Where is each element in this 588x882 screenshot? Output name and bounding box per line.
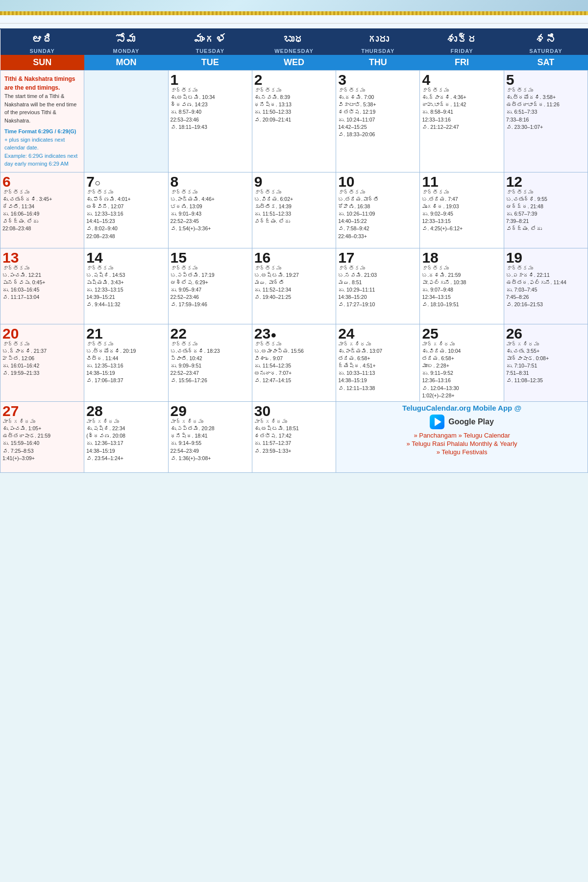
day-content: బ.విదియ. 6:02+కృత్తిక. 14:39దు. 11:51–12… — [254, 196, 334, 225]
day-cell-22: 22 కార్తీకము బ.చతుర్దశి. 18:23స్వాతి. 10… — [168, 324, 252, 402]
day-content: బ.అమావాస్య. 15:56విశాఖ. 9:07దు. 11:54–12… — [254, 347, 334, 385]
bottom-ad-cell: TeluguCalendar.org Mobile App @ Google P… — [336, 402, 588, 473]
masam: కార్తీకము — [338, 87, 417, 93]
abbr-saturday: SAT — [504, 55, 588, 70]
day-cell-13: 13 కార్తీకము బ.పంచమి. 12:21పునర్వసు. 0:4… — [0, 248, 84, 324]
week-row-1: Tithi & Nakshatra timings are the end ti… — [0, 71, 588, 172]
day-cell-12: 12 కార్తీకము బ.చతుర్థి. 9:55ఆర్ద్ర. 21:4… — [504, 172, 588, 248]
english-full-tuesday: TUESDAY — [168, 47, 252, 55]
masam: కార్తీకము — [86, 189, 166, 195]
day-content: బ.తదియ. 7:47మృగశిర. 19:03దు. 9:02–9:4512… — [422, 196, 501, 233]
day-number: 14 — [86, 250, 166, 265]
link-rasi[interactable]: » Telugu Rasi Phalalu Monthly & Yearly — [338, 440, 586, 447]
day-cell-17: 17 కార్తీకము బ.నవమి. 21:03మఘ. 8:51దు. 10… — [336, 248, 420, 324]
masam: కార్తీకము — [422, 265, 501, 271]
col-header-thursday: గురు THURSDAY THU — [336, 29, 420, 71]
day-number: 10 — [338, 174, 417, 189]
week-row-5: 27 మార్గశిరము శు.పంచమి. 1:05+ఉత్తరాషాఢ. … — [0, 402, 588, 473]
day-number: 16 — [254, 250, 334, 265]
day-number: 24 — [338, 326, 417, 341]
telugu-sunday: ఆది — [0, 29, 84, 47]
day-content: బ.ద్వాదశి. 21:37హస్త. 12:06దు. 16:01–16:… — [2, 347, 82, 377]
day-cell-27: 27 మార్గశిరము శు.పంచమి. 1:05+ఉత్తరాషాఢ. … — [0, 402, 84, 473]
day-content: బ.ఏకాదశి. 22:11ఉత్తర.ఫల్గుని. 11:44దు. 7… — [506, 271, 586, 309]
masam: కార్తీకము — [338, 189, 417, 195]
example-body: + plus sign indicates next calendar date… — [4, 136, 80, 168]
example-title: Time Format 6:29G / 6:29(G) — [4, 127, 80, 136]
day-number: 3 — [338, 73, 417, 87]
week-row-3: 13 కార్తీకము బ.పంచమి. 12:21పునర్వసు. 0:4… — [0, 248, 588, 324]
google-play[interactable]: Google Play — [338, 415, 586, 429]
day-content: బ.దశమి. 21:59పూ.ఫల్గుని. 10:38దు. 9:07–9… — [422, 271, 501, 309]
app-title: TeluguCalendar.org Mobile App @ — [338, 404, 586, 412]
week-row-4: 20 కార్తీకము బ.ద్వాదశి. 21:37హస్త. 12:06… — [0, 324, 588, 402]
day-cell-20: 20 కార్తీకము బ.ద్వాదశి. 21:37హస్త. 12:06… — [0, 324, 84, 402]
day-number: 29 — [171, 404, 250, 418]
note-title: Tithi & Nakshatra timings are the end ti… — [4, 74, 80, 92]
calendar-table: ఆది SUNDAY SUN సోమ MONDAY MON మంగళ TUESD… — [0, 29, 588, 473]
english-full-thursday: THURSDAY — [336, 47, 420, 55]
day-content: శు.త్రయోదశి. 3:58+ఉత్తరాభాద్ర. 11:26దు. … — [506, 94, 586, 131]
day-cell-24: 24 మార్గశిరము శు.పాడ్యమి. 13:07తదియ. 6:5… — [336, 324, 420, 402]
day-content: బ.పాడ్యమి. 4:46+భరణి. 13:09దు. 9:01–9:43… — [171, 196, 250, 233]
day-number: 5 — [506, 73, 586, 87]
telugu-saturday: శని — [504, 29, 588, 47]
abbr-wednesday: WED — [252, 55, 336, 70]
day-cell-29: 29 మార్గశిరము శు.సప్తమి. 20:28ధనిష్ఠ. 18… — [168, 402, 252, 473]
english-full-saturday: SATURDAY — [504, 47, 588, 55]
col-header-saturday: శని SATURDAY SAT — [504, 29, 588, 71]
day-number: 4 — [422, 73, 501, 87]
masam: కార్తీకము — [86, 341, 166, 347]
english-full-sunday: SUNDAY — [0, 47, 84, 55]
day-cell-21: 21 కార్తీకము బ.త్రయోదశి. 20:19చిత్ర. 11:… — [84, 324, 168, 402]
masam: కార్తీకము — [254, 87, 334, 93]
link-panchangam[interactable]: » Panchangam » Telugu Calendar — [338, 432, 586, 439]
day-number: 17 — [338, 250, 417, 265]
day-cell-11: 11 కార్తీకము బ.తదియ. 7:47మృగశిర. 19:03దు… — [420, 172, 504, 248]
day-content: శు.చతు. 3:55+పూర్వాషాఢ. 0:08+దు. 7:10–7:… — [506, 347, 586, 385]
day-number: 25 — [422, 326, 501, 341]
day-number: 11 — [422, 174, 501, 189]
day-number: 20 — [2, 326, 82, 341]
day-cell-7: 7○ కార్తీకము శు.పౌర్ణమి. 4:01+అశ్విని. 1… — [84, 172, 168, 248]
link-festivals[interactable]: » Telugu Festivals — [338, 448, 586, 456]
day-content: శు.పంచమి. 1:05+ఉత్తరాషాఢ. 21:59దు. 15:59… — [2, 425, 82, 462]
day-content: బ.సప్తమి. 17:19ఆశ్లేష. 6:29+దు. 9:05–9:4… — [171, 271, 250, 309]
header — [0, 0, 588, 11]
masam: మార్గశిరము — [86, 418, 166, 424]
day-cell-16: 16 కార్తీకము బ.అష్టమి. 19:27మఘ. పూర్తిదు… — [252, 248, 336, 324]
masam: కార్తీకము — [254, 265, 334, 271]
masam: మార్గశిరము — [254, 418, 334, 424]
masam: కార్తీకము — [171, 265, 250, 271]
day-cell-6: 6 కార్తీకము శు.చతుర్దశి. 3:45+రేవతి. 11:… — [0, 172, 84, 248]
day-cell-19: 19 కార్తీకము బ.ఏకాదశి. 22:11ఉత్తర.ఫల్గున… — [504, 248, 588, 324]
day-content: శు.పౌర్ణమి. 4:01+అశ్విని. 12:07దు. 12:33… — [86, 196, 166, 240]
masam: కార్తీకము — [171, 87, 250, 93]
masam: కార్తీకము — [171, 341, 250, 347]
google-play-label: Google Play — [448, 417, 493, 426]
masam: కార్తీకము — [506, 265, 586, 271]
masam: మార్గశిరము — [506, 341, 586, 347]
masam: కార్తీకము — [422, 189, 501, 195]
day-number: 15 — [171, 250, 250, 265]
day-number: 18 — [422, 250, 501, 265]
day-content: బ.పంచమి. 12:21పునర్వసు. 0:45+దు. 16:03–1… — [2, 271, 82, 301]
abbr-sunday: SUN — [0, 55, 84, 70]
day-cell-15: 15 కార్తీకము బ.సప్తమి. 17:19ఆశ్లేష. 6:29… — [168, 248, 252, 324]
abbr-thursday: THU — [336, 55, 420, 70]
col-header-sunday: ఆది SUNDAY SUN — [0, 29, 84, 71]
day-content: శు.అష్టమి. 18:51శతభీష. 17:42దు. 11:57–12… — [254, 425, 334, 455]
day-number: 8 — [171, 174, 250, 189]
day-number: 1 — [171, 73, 250, 87]
masam: కార్తీకము — [338, 265, 417, 271]
day-content: శు.విదియ. 10:04తదియ. 6:58+మూల. 2:28+దు. … — [422, 347, 501, 400]
day-cell-5: 5 కార్తీకము శు.త్రయోదశి. 3:58+ఉత్తరాభాద్… — [504, 71, 588, 172]
info-bar-2 — [0, 24, 588, 29]
day-number: 9 — [254, 174, 334, 189]
day-cell-23: 23● కార్తీకము బ.అమావాస్య. 15:56విశాఖ. 9:… — [252, 324, 336, 402]
masam: మార్గశిరము — [338, 341, 417, 347]
day-cell-4: 4 కార్తీకము శు.ద్వాదశి. 4:36+రాహు.భాద్ర.… — [420, 71, 504, 172]
day-cell-28: 28 మార్గశిరము శు.షష్ఠి. 22:34(శ్రవణ. 20:… — [84, 402, 168, 473]
day-content: బ.తదియ.పూర్తిరోహిణి. 16:38దు. 10:26–11:0… — [338, 196, 417, 240]
day-number: 6 — [2, 174, 82, 189]
